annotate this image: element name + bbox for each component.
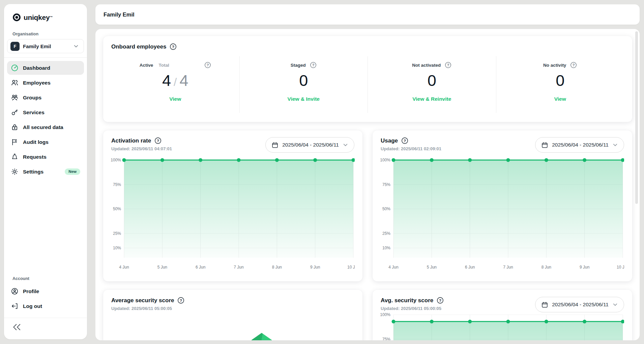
help-icon[interactable]: ? xyxy=(310,62,317,68)
sidebar-item-all-secured-data[interactable]: All secured data xyxy=(7,120,84,134)
page-title: Family Emil xyxy=(104,11,135,18)
svg-text:7 Jun: 7 Jun xyxy=(503,265,513,270)
sidebar-item-label: Audit logs xyxy=(23,139,49,145)
activation-rate-title: Activation rate xyxy=(111,137,151,144)
svg-text:75%: 75% xyxy=(113,182,121,187)
sidebar-item-label: All secured data xyxy=(23,124,63,130)
svg-text:4 Jun: 4 Jun xyxy=(119,265,129,270)
sidebar-item-employees[interactable]: Employees xyxy=(7,76,84,90)
view-invite-link[interactable]: View & Invite xyxy=(288,96,320,102)
activation-rate-card: Activation rate ? Updated: 2025/06/11 04… xyxy=(103,130,362,281)
svg-text:?: ? xyxy=(172,45,174,49)
organisation-selector[interactable]: F Family Emil xyxy=(7,39,84,53)
sidebar-item-label: Settings xyxy=(23,169,43,175)
organisation-avatar: F xyxy=(10,42,20,51)
sidebar-item-audit-logs[interactable]: Audit logs xyxy=(7,135,84,149)
svg-text:50%: 50% xyxy=(113,207,121,211)
usage-date-range-value: 2025/06/04 - 2025/06/11 xyxy=(552,142,609,148)
sidebar-item-label: Log out xyxy=(23,303,42,309)
chevron-down-icon xyxy=(612,302,618,308)
chevron-down-icon xyxy=(73,43,79,49)
sidebar-item-label: Profile xyxy=(23,288,39,294)
onboard-stats-row: Active Total ? 4/4 View Staged xyxy=(111,56,624,113)
sidebar-item-logout[interactable]: Log out xyxy=(7,299,84,313)
svg-text:100%: 100% xyxy=(111,158,121,162)
help-icon[interactable]: ? xyxy=(570,62,577,68)
svg-text:6 Jun: 6 Jun xyxy=(196,265,205,270)
stat-not-activated: Not activated ? 0 View & Reinvite xyxy=(368,56,496,113)
logout-icon xyxy=(11,302,19,310)
brand-name: uniqkey™ xyxy=(24,13,53,22)
onboard-employees-card: Onboard employees ? Active Total ? 4/4 xyxy=(103,36,632,122)
svg-text:?: ? xyxy=(180,299,182,303)
sidebar-item-profile[interactable]: Profile xyxy=(7,284,84,298)
svg-text:9 Jun: 9 Jun xyxy=(310,265,320,270)
svg-text:4 Jun: 4 Jun xyxy=(388,265,398,270)
usage-date-range-picker[interactable]: 2025/06/04 - 2025/06/11 xyxy=(535,137,624,153)
sidebar-item-settings[interactable]: Settings New xyxy=(7,165,84,179)
uniqkey-logo-icon xyxy=(12,13,21,22)
view-no-activity-link[interactable]: View xyxy=(554,96,566,102)
help-icon[interactable]: ? xyxy=(445,62,451,68)
svg-text:9 Jun: 9 Jun xyxy=(580,265,589,270)
no-activity-label: No activity xyxy=(543,63,566,68)
stat-staged: Staged ? 0 View & Invite xyxy=(239,56,368,113)
stat-active-total: Active Total ? 4/4 View xyxy=(111,56,239,113)
sidebar-item-dashboard[interactable]: Dashboard xyxy=(7,61,84,75)
staged-label: Staged xyxy=(291,63,306,68)
help-icon[interactable]: ? xyxy=(204,62,211,68)
svg-text:?: ? xyxy=(312,63,314,67)
dashboard-gauge-icon xyxy=(11,64,19,72)
account-section-label: Account xyxy=(12,276,87,281)
avg-security-score-title: Avg. security score xyxy=(381,297,433,304)
svg-text:8 Jun: 8 Jun xyxy=(272,265,282,270)
svg-text:6 Jun: 6 Jun xyxy=(465,265,475,270)
svg-text:?: ? xyxy=(439,299,441,303)
svg-text:10 Jun: 10 Jun xyxy=(347,265,355,270)
sidebar-item-label: Employees xyxy=(23,80,51,86)
svg-text:?: ? xyxy=(206,63,209,67)
view-active-link[interactable]: View xyxy=(169,96,181,102)
usage-updated-timestamp: Updated: 2025/06/11 02:09:01 xyxy=(381,146,441,151)
collapse-sidebar-button[interactable] xyxy=(12,323,21,331)
sidebar-item-requests[interactable]: Requests xyxy=(7,150,84,164)
help-icon[interactable]: ? xyxy=(154,137,162,144)
svg-text:7 Jun: 7 Jun xyxy=(234,265,243,270)
activation-date-range-value: 2025/06/04 - 2025/06/11 xyxy=(282,142,339,148)
bell-icon xyxy=(11,153,19,161)
gear-icon xyxy=(11,168,19,176)
usage-card: Usage ? Updated: 2025/06/11 02:09:01 202… xyxy=(373,130,632,281)
svg-text:75%: 75% xyxy=(382,182,390,187)
svg-text:10%: 10% xyxy=(382,246,390,250)
svg-text:100%: 100% xyxy=(380,158,390,162)
account-nav: Profile Log out xyxy=(4,284,87,313)
not-activated-value: 0 xyxy=(428,72,436,89)
activation-date-range-picker[interactable]: 2025/06/04 - 2025/06/11 xyxy=(265,137,354,153)
svg-text:25%: 25% xyxy=(382,231,390,236)
avg-security-score-card: Avg. security score ? Updated: 2025/06/1… xyxy=(373,290,632,340)
svg-text:75%: 75% xyxy=(382,337,390,341)
staged-value: 0 xyxy=(299,72,308,89)
organisation-label: Organisation xyxy=(12,32,87,36)
avg-security-date-range-picker[interactable]: 2025/06/04 - 2025/06/11 xyxy=(535,297,624,312)
usage-chart: 100%75%50%25%10%4 Jun5 Jun6 Jun7 Jun8 Ju… xyxy=(380,156,624,275)
help-icon[interactable]: ? xyxy=(437,297,444,304)
gauge-top-decoration xyxy=(252,333,272,340)
help-icon[interactable]: ? xyxy=(177,297,184,304)
scrollbar-thumb[interactable] xyxy=(635,31,638,204)
usage-title: Usage xyxy=(381,137,398,144)
svg-text:?: ? xyxy=(447,63,449,67)
sidebar-item-groups[interactable]: Groups xyxy=(7,91,84,104)
padlock-icon xyxy=(11,123,19,131)
flag-icon xyxy=(11,138,19,146)
activation-rate-chart: 100%75%50%25%10%4 Jun5 Jun6 Jun7 Jun8 Ju… xyxy=(111,156,355,275)
profile-icon xyxy=(11,287,19,295)
sidebar-item-services[interactable]: Services xyxy=(7,105,84,119)
svg-text:10 Jun: 10 Jun xyxy=(617,265,624,270)
help-icon[interactable]: ? xyxy=(401,137,408,144)
page-header: Family Emil xyxy=(95,4,640,25)
employees-icon xyxy=(11,79,19,87)
help-icon[interactable]: ? xyxy=(170,43,177,50)
view-reinvite-link[interactable]: View & Reinvite xyxy=(412,96,451,102)
brand-logo: uniqkey™ xyxy=(4,4,87,22)
